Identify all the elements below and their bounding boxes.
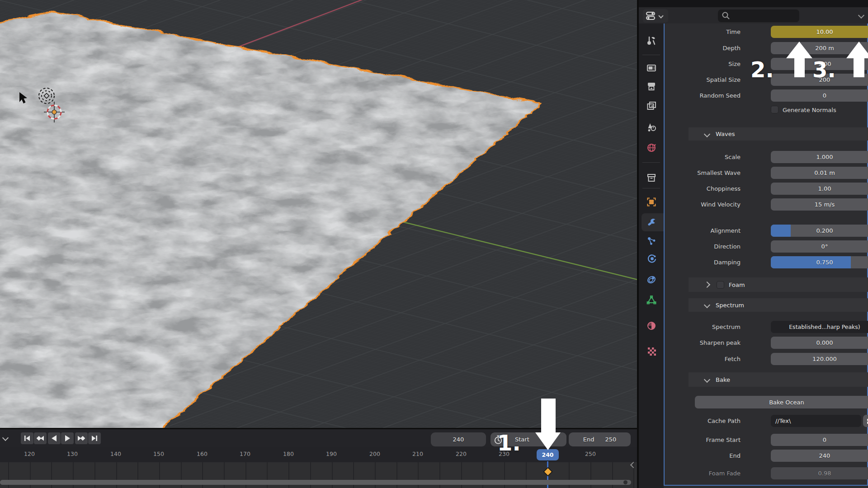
spectrum-dropdown[interactable]: Established...harp Peaks)	[771, 321, 868, 333]
foam-fade-field: 0.98	[771, 467, 868, 479]
ruler-tick: 210	[405, 450, 430, 457]
tab-object-data-icon[interactable]	[646, 295, 656, 305]
foam-section-header[interactable]: Foam	[689, 277, 868, 292]
tab-modifiers-icon[interactable]	[646, 217, 656, 227]
fetch-label: Fetch	[641, 356, 741, 362]
editor-type-button[interactable]	[643, 9, 668, 23]
properties-editor-icon	[645, 10, 658, 22]
tab-tool-icon[interactable]	[646, 36, 656, 46]
bake-frame-start-field[interactable]: 0	[771, 434, 868, 446]
annotation-arrow-2-up-icon	[784, 40, 814, 80]
frame-start-row-label: Frame Start	[641, 436, 741, 443]
wind-velocity-label: Wind Velocity	[641, 201, 741, 208]
tab-scene-icon[interactable]	[646, 122, 656, 132]
wind-velocity-field[interactable]: 15 m/s	[771, 198, 868, 211]
damping-slider[interactable]: 0.750	[771, 256, 868, 268]
search-icon	[721, 10, 731, 21]
editor-type-chevron-icon	[658, 13, 663, 18]
cache-path-input[interactable]: //Tex\	[771, 415, 861, 427]
bake-ocean-button[interactable]: Bake Ocean	[695, 396, 868, 408]
tab-view-layer-icon[interactable]	[646, 101, 656, 111]
size-label: Size	[641, 61, 741, 67]
random-seed-label: Random Seed	[641, 92, 741, 99]
scale-field[interactable]: 1.000	[771, 151, 868, 163]
keyframe-diamond-icon[interactable]	[542, 466, 554, 478]
ruler-tick: 220	[448, 450, 474, 457]
scale-label: Scale	[641, 154, 741, 160]
ruler-tick: 200	[362, 450, 387, 457]
alignment-slider[interactable]: 0.200	[771, 225, 868, 237]
spectrum-section-header[interactable]: Spectrum	[689, 298, 868, 312]
sharpen-peak-label: Sharpen peak	[641, 339, 741, 346]
tab-texture-icon[interactable]	[646, 346, 656, 356]
annotation-arrow-3-up-icon	[844, 40, 868, 80]
annotation-arrow-1-down-icon	[529, 397, 568, 452]
bake-section-title: Bake	[716, 376, 730, 383]
foam-section-title: Foam	[729, 282, 745, 288]
cache-path-label: Cache Path	[641, 418, 741, 424]
annotation-step-2: 2.	[750, 57, 774, 82]
smallest-wave-label: Smallest Wave	[641, 169, 741, 176]
fetch-field[interactable]: 120.000	[771, 353, 868, 365]
tab-constraints-icon[interactable]	[646, 275, 656, 285]
ruler-tick: 120	[17, 450, 42, 457]
frame-end-field[interactable]: End 250	[569, 432, 631, 446]
properties-options-chevron-icon[interactable]	[858, 12, 864, 19]
generate-normals-label: Generate Normals	[783, 107, 836, 113]
play-reverse-button[interactable]	[48, 432, 61, 444]
cache-path-browse-button[interactable]	[863, 415, 868, 427]
ruler-tick: 180	[276, 450, 301, 457]
scrollbar-zoom-handle[interactable]	[623, 480, 627, 484]
next-keyframe-button[interactable]	[75, 432, 88, 444]
damping-label: Damping	[641, 259, 741, 266]
foam-fade-label: Foam Fade	[641, 470, 741, 477]
active-panel-outline-bottom	[664, 485, 868, 486]
jump-to-start-button[interactable]	[21, 432, 33, 444]
foam-checkbox[interactable]	[717, 281, 724, 289]
annotation-step-1: 1.	[497, 430, 521, 455]
folder-icon	[866, 417, 868, 425]
sharpen-peak-field[interactable]: 0.000	[771, 337, 868, 349]
ruler-tick: 160	[189, 450, 215, 457]
bake-section-header[interactable]: Bake	[689, 372, 868, 387]
bake-end-label: End	[641, 452, 741, 459]
spatial-size-label: Spatial Size	[641, 76, 741, 83]
direction-label: Direction	[641, 243, 741, 250]
jump-to-end-button[interactable]	[88, 432, 101, 444]
ruler-tick: 150	[146, 450, 171, 457]
choppiness-field[interactable]: 1.00	[771, 183, 868, 195]
time-label: Time	[641, 28, 741, 35]
direction-field[interactable]: 0°	[771, 240, 868, 253]
random-seed-field[interactable]: 0	[771, 89, 868, 102]
choppiness-label: Choppiness	[641, 185, 741, 192]
spectrum-label: Spectrum	[641, 324, 741, 330]
previous-keyframe-button[interactable]	[34, 432, 47, 444]
depth-label: Depth	[641, 45, 741, 52]
play-button[interactable]	[61, 432, 74, 444]
ruler-tick: 190	[319, 450, 344, 457]
frame-end-value: 250	[605, 436, 616, 443]
waves-section-title: Waves	[716, 131, 735, 137]
timeline-scrollbar[interactable]	[0, 480, 631, 485]
smallest-wave-field[interactable]: 0.01 m	[771, 167, 868, 179]
current-frame-value: 240	[453, 436, 464, 443]
ruler-tick: 170	[232, 450, 258, 457]
time-field[interactable]: 10.00	[771, 26, 868, 38]
generate-normals-checkbox[interactable]	[771, 106, 778, 113]
properties-search-input[interactable]	[718, 9, 799, 22]
waves-section-header[interactable]: Waves	[689, 127, 868, 141]
3d-viewport[interactable]	[0, 0, 637, 428]
bake-end-field[interactable]: 240	[771, 450, 868, 462]
annotation-step-3: 3.	[812, 57, 836, 82]
current-frame-field[interactable]: 240	[431, 432, 486, 446]
window-top-strip	[639, 0, 868, 7]
ruler-tick: 140	[103, 450, 128, 457]
blender-window: 240 Start End 250 120 130 140	[0, 0, 868, 488]
properties-content: Time 10.00 Depth 200 m Size 1.00 Spatial…	[664, 23, 868, 488]
timeline-popover-chevron-icon[interactable]	[2, 435, 9, 441]
spectrum-section-title: Spectrum	[716, 302, 744, 309]
viewport-canvas	[0, 0, 637, 428]
alignment-label: Alignment	[641, 227, 741, 234]
tab-world-icon[interactable]	[646, 143, 656, 153]
ruler-tick: 130	[60, 450, 85, 457]
